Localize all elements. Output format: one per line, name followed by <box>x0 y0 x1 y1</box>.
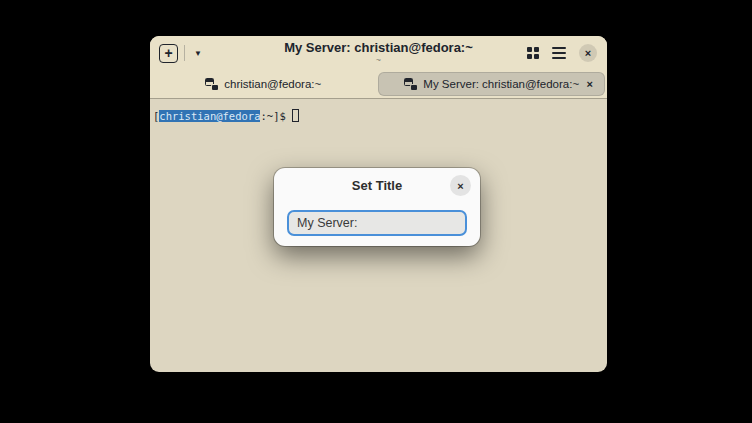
tab-overview-button[interactable] <box>527 47 539 59</box>
terminal-cursor <box>292 109 299 122</box>
titlebar[interactable]: + ▼ My Server: christian@fedora:~ ~ × <box>150 36 607 70</box>
new-tab-icon: + <box>164 46 172 60</box>
window-close-button[interactable]: × <box>579 44 597 62</box>
tab-label: christian@fedora:~ <box>224 78 321 90</box>
hamburger-menu-button[interactable] <box>552 47 566 59</box>
computer-icon <box>404 78 417 90</box>
titlebar-left-controls: + ▼ <box>150 44 205 63</box>
tab-bar: christian@fedora:~ My Server: christian@… <box>150 70 607 99</box>
prompt-rest: :~]$ <box>260 110 285 122</box>
set-title-dialog: Set Title × <box>274 168 480 246</box>
computer-icon <box>205 78 218 90</box>
close-icon: × <box>585 48 591 59</box>
titlebar-right-controls: × <box>527 36 597 70</box>
desktop-background: + ▼ My Server: christian@fedora:~ ~ × <box>0 0 752 423</box>
new-tab-button[interactable]: + <box>159 44 178 63</box>
chevron-down-icon: ▼ <box>194 49 202 58</box>
toolbar-separator <box>184 45 185 61</box>
tab-label: My Server: christian@fedora:~ <box>423 78 579 90</box>
tab-christian-fedora[interactable]: christian@fedora:~ <box>150 70 376 98</box>
tab-my-server[interactable]: My Server: christian@fedora:~ × <box>378 72 605 96</box>
new-tab-dropdown-button[interactable]: ▼ <box>191 45 205 62</box>
dialog-close-button[interactable]: × <box>450 175 471 196</box>
tab-close-icon[interactable]: × <box>587 78 593 90</box>
terminal-screen[interactable]: [christian@fedora:~]$ <box>150 99 607 134</box>
title-input[interactable] <box>287 210 467 236</box>
prompt-selected-text: christian@fedora <box>159 110 260 122</box>
close-icon: × <box>457 180 463 192</box>
